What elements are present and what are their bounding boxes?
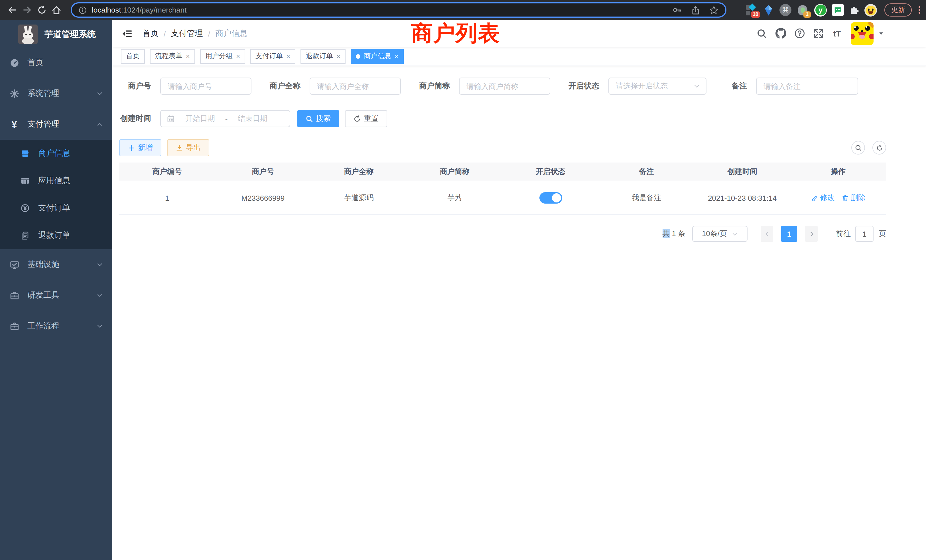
sidebar-fold-icon[interactable] (122, 28, 132, 38)
extension-icon-kite[interactable] (763, 4, 774, 16)
browser-menu-icon[interactable] (918, 5, 920, 15)
site-info-icon[interactable] (79, 6, 87, 14)
sidebar-item-infrastructure[interactable]: 基础设施 (0, 249, 112, 280)
browser-home-button[interactable] (49, 3, 64, 17)
extension-icon-command[interactable]: ⌘ (779, 4, 791, 16)
sidebar-logo-row[interactable]: 芋道管理系统 (0, 20, 112, 44)
tab-close-icon[interactable]: × (286, 53, 290, 60)
password-key-icon[interactable] (672, 5, 682, 15)
column-header: 操作 (790, 166, 886, 177)
status-toggle[interactable] (539, 192, 562, 204)
sidebar-subitem-pay-order[interactable]: 支付订单 (0, 194, 112, 222)
filter-label: 商户简称 (418, 81, 450, 91)
breadcrumb-separator: / (208, 29, 210, 38)
sidebar-subitem-refund-order[interactable]: 退款订单 (0, 222, 112, 249)
fullscreen-icon[interactable] (813, 28, 824, 39)
sidebar-subitem-app-info[interactable]: 应用信息 (0, 167, 112, 194)
create-time-range-picker[interactable]: 开始日期 - 结束日期 (160, 110, 290, 127)
breadcrumb-payment[interactable]: 支付管理 (171, 28, 203, 38)
search-button-label: 搜索 (316, 114, 331, 124)
share-icon[interactable] (691, 5, 700, 15)
font-size-icon[interactable]: tT (831, 28, 843, 39)
tab-merchant-info[interactable]: 商户信息 × (351, 49, 404, 64)
search-button[interactable]: 搜索 (297, 110, 339, 127)
tab-home[interactable]: 首页 (121, 49, 145, 64)
chevron-down-icon (96, 323, 103, 330)
cell-remark: 我是备注 (598, 193, 694, 203)
user-avatar[interactable] (851, 22, 873, 45)
browser-forward-button[interactable] (20, 3, 34, 17)
refresh-table-button[interactable] (872, 141, 886, 154)
cell-full-name: 芋道源码 (311, 193, 407, 203)
page-size-select[interactable]: 10条/页 (692, 226, 747, 242)
github-icon[interactable] (775, 28, 786, 39)
bookmark-star-icon[interactable] (709, 5, 719, 15)
filter-label: 创建时间 (119, 114, 151, 124)
tab-close-icon[interactable]: × (395, 53, 399, 60)
filter-row-2: 创建时间 开始日期 - 结束日期 搜索 (119, 110, 886, 127)
cell-short-name: 芋艿 (407, 193, 502, 203)
address-bar[interactable]: localhost:1024/pay/merchant (71, 2, 726, 18)
reset-button[interactable]: 重置 (345, 110, 387, 127)
breadcrumb-home[interactable]: 首页 (142, 28, 159, 38)
sidebar-item-home[interactable]: 首页 (0, 47, 112, 78)
avatar-caret-icon[interactable] (878, 30, 884, 36)
goto-page-input[interactable] (855, 226, 873, 242)
page-1-button[interactable]: 1 (781, 226, 797, 242)
main-area: 首页 / 支付管理 / 商户信息 (112, 20, 926, 560)
add-button[interactable]: 新增 (119, 139, 161, 156)
edit-link[interactable]: 修改 (811, 193, 835, 203)
extension-icon-y[interactable]: y (814, 4, 827, 16)
filter-full-name: 商户全称 (269, 77, 401, 95)
extension-icon-tabs[interactable]: 10 (745, 4, 758, 16)
extensions-puzzle-icon[interactable] (849, 5, 859, 15)
sidebar-subitem-merchant-info[interactable]: 商户信息 (0, 140, 112, 167)
tab-refund-order[interactable]: 退款订单 × (301, 49, 345, 64)
chevron-down-icon (96, 292, 103, 299)
command-glyph: ⌘ (782, 6, 789, 14)
remark-input[interactable] (756, 77, 858, 95)
full-name-input[interactable] (310, 77, 401, 95)
sidebar-menu: 首页 系统管理 ¥ 支付管理 (0, 47, 112, 342)
sidebar-item-dev-tools[interactable]: 研发工具 (0, 280, 112, 311)
profile-avatar-icon[interactable] (864, 4, 877, 16)
browser-back-button[interactable] (5, 3, 20, 17)
grid-icon (21, 176, 30, 185)
prev-page-button[interactable] (761, 226, 773, 242)
hide-search-button[interactable] (851, 141, 865, 154)
tab-label: 退款订单 (306, 51, 333, 61)
browser-reload-button[interactable] (34, 3, 49, 17)
tab-close-icon[interactable]: × (186, 53, 190, 60)
browser-update-button[interactable]: 更新 (884, 3, 912, 17)
goto-label: 前往 (836, 229, 851, 239)
short-name-input[interactable] (459, 77, 550, 95)
sidebar-item-workflow[interactable]: 工作流程 (0, 311, 112, 342)
breadcrumb: 首页 / 支付管理 / 商户信息 (142, 28, 247, 38)
start-date-placeholder: 开始日期 (180, 114, 221, 124)
tab-close-icon[interactable]: × (236, 53, 240, 60)
sidebar-item-system[interactable]: 系统管理 (0, 78, 112, 109)
tab-user-group[interactable]: 用户分组 × (200, 49, 245, 64)
cell-merchant-id: 1 (119, 194, 215, 202)
screen: localhost:1024/pay/merchant 10 (0, 0, 926, 560)
tab-process-form[interactable]: 流程表单 × (150, 49, 195, 64)
merchant-no-input[interactable] (160, 77, 251, 95)
back-icon (7, 5, 17, 15)
extension-icon-chat[interactable] (832, 4, 844, 16)
tab-close-icon[interactable]: × (336, 53, 340, 60)
app-title: 芋道管理系统 (44, 29, 96, 39)
extension-icon-session[interactable]: 1 (797, 4, 809, 16)
help-icon[interactable] (794, 28, 805, 39)
export-button[interactable]: 导出 (167, 139, 209, 156)
sidebar-item-payment[interactable]: ¥ 支付管理 (0, 109, 112, 140)
pencil-icon (811, 194, 818, 201)
page-content: 商户号 商户全称 商户简称 开启状态 请选择开启状态 (112, 66, 926, 560)
tab-pay-order[interactable]: 支付订单 × (250, 49, 295, 64)
status-select[interactable]: 请选择开启状态 (608, 77, 707, 95)
delete-link[interactable]: 删除 (841, 193, 865, 203)
next-page-button[interactable] (805, 226, 818, 242)
header-search-icon[interactable] (756, 28, 767, 39)
filter-label: 开启状态 (567, 81, 599, 91)
arrow-right-icon (808, 231, 814, 237)
refresh-icon (354, 115, 361, 122)
